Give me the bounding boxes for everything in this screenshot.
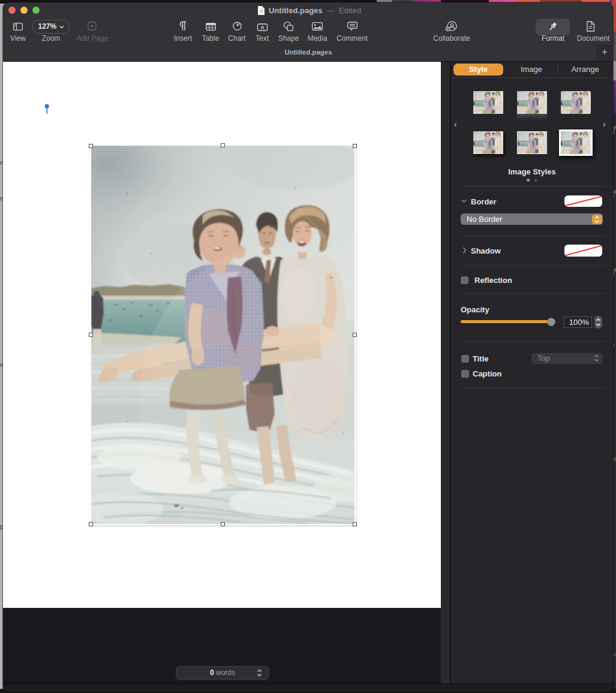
- svg-text:A: A: [260, 25, 264, 31]
